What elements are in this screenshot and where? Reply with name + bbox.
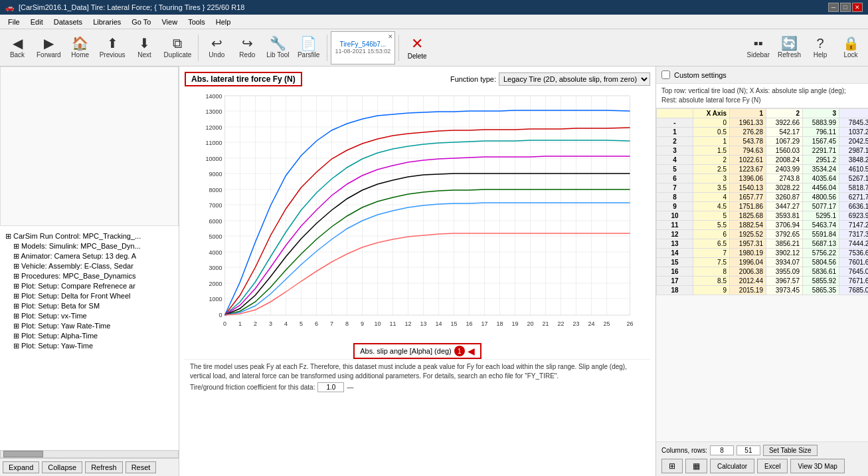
table-cell-x[interactable]: 4 [693,193,730,202]
table-cell-c3[interactable]: 5855.92 [803,277,839,286]
maximize-button[interactable]: □ [840,3,851,12]
delete-button[interactable]: ✕ Delete [402,31,432,64]
home-button[interactable]: 🏠 Home [66,31,95,64]
tree-item-plot-yaw[interactable]: ⊞ Plot: Setup: Yaw-Time [3,341,176,351]
custom-settings-checkbox[interactable] [661,70,670,79]
table-cell-c1[interactable]: 1980.19 [730,249,766,258]
table-cell-c4[interactable]: 7671.64 [839,277,869,286]
tab-close-icon[interactable]: ✕ [388,33,393,40]
table-cell-c3[interactable]: 5756.22 [803,249,839,258]
table-cell-c1[interactable]: 1223.67 [730,165,766,174]
table-cell-c4[interactable]: 7147.24 [839,221,869,230]
table-view-button[interactable]: ⊞ [661,459,683,473]
help-button[interactable]: ? Help [806,31,835,64]
table-cell-c3[interactable]: 5687.13 [803,239,839,249]
table-cell-x[interactable]: 7 [693,249,730,258]
table-cell-c1[interactable]: 1825.68 [730,211,766,221]
tree-item-plot-yaw-rate[interactable]: ⊞ Plot: Setup: Yaw Rate-Time [3,321,176,331]
table-cell-c3[interactable]: 4456.04 [803,183,839,193]
parsfile-button[interactable]: 📄 Parsfile [294,31,323,64]
duplicate-button[interactable]: ⧉ Duplicate [161,31,195,64]
tree-item-procedures[interactable]: ⊞ Procedures: MPC_Base_Dynamics [3,271,176,281]
menu-view[interactable]: View [156,17,183,27]
table-cell-x[interactable]: 7.5 [693,258,730,267]
menu-file[interactable]: File [3,17,25,27]
columns-input[interactable] [710,445,734,455]
collapse-button[interactable]: Collapse [42,461,82,473]
table-cell-x[interactable]: 4.5 [693,202,730,211]
scrollbar-thumb[interactable] [3,451,43,457]
table-cell-c2[interactable]: 3260.87 [766,193,803,202]
tab-active[interactable]: TireFy_546b7... 11-08-2021 15:53:02 ✕ [331,31,396,64]
table-cell-c2[interactable]: 3028.22 [766,183,803,193]
table-cell-c1[interactable]: 1996.04 [730,258,766,267]
table-cell-c3[interactable]: 2951.2 [803,156,839,165]
friction-input[interactable] [317,382,344,392]
reset-button[interactable]: Reset [126,461,157,473]
tree-item-plot-vx[interactable]: ⊞ Plot: Setup: vx-Time [3,311,176,321]
table-cell-c3[interactable]: 5865.35 [803,286,839,295]
table-cell-c4[interactable]: 6271.72 [839,193,869,202]
table-cell-c1[interactable]: 2012.44 [730,277,766,286]
table-cell-c4[interactable]: 7317.32 [839,230,869,239]
table-cell-x[interactable]: 5 [693,211,730,221]
table-cell-c1[interactable]: 276.28 [730,128,766,137]
table-cell-c3[interactable]: 4800.56 [803,193,839,202]
view3d-button[interactable]: View 3D Map [790,459,844,473]
table-cell-x[interactable]: 9 [693,286,730,295]
previous-button[interactable]: ⬆ Previous [96,31,129,64]
table-cell-c2[interactable]: 3593.81 [766,211,803,221]
table-cell-c3[interactable]: 4035.64 [803,174,839,183]
table-cell-c2[interactable]: 3792.65 [766,230,803,239]
table-cell-c4[interactable]: 3848.24 [839,156,869,165]
table-cell-x[interactable]: 6 [693,230,730,239]
table-cell-c2[interactable]: 3973.45 [766,286,803,295]
forward-button[interactable]: ▶ Forward [33,31,64,64]
tree-item-vehicle[interactable]: ⊞ Vehicle: Assembly: E-Class, Sedar [3,261,176,271]
table-cell-x[interactable]: 1.5 [693,146,730,156]
table-cell-c3[interactable]: 5295.1 [803,211,839,221]
tree-item-plot-compare[interactable]: ⊞ Plot: Setup: Compare Refrenece ar [3,281,176,291]
menu-edit[interactable]: Edit [25,17,48,27]
table-cell-c4[interactable]: 2987.17 [839,146,869,156]
lib-tool-button[interactable]: 🔧 Lib Tool [263,31,292,64]
table-cell-c4[interactable]: 7444.25 [839,239,869,249]
set-table-size-button[interactable]: Set Table Size [763,445,818,456]
table-cell-c1[interactable]: 2015.19 [730,286,766,295]
table-cell-c2[interactable]: 3856.21 [766,239,803,249]
data-table-wrapper[interactable]: X Axis 1 2 3 4 - 0 1961.33 3922.66 5883.… [656,108,868,441]
table-cell-c3[interactable]: 5883.99 [803,118,839,128]
table-cell-c3[interactable]: 5463.74 [803,221,839,230]
table-cell-c4[interactable]: 2042.53 [839,137,869,146]
table-cell-c2[interactable]: 2403.99 [766,165,803,174]
table-cell-c1[interactable]: 1751.86 [730,202,766,211]
tree-item-animator[interactable]: ⊞ Animator: Camera Setup: 13 deg. A [3,251,176,261]
table-cell-c3[interactable]: 5804.56 [803,258,839,267]
undo-button[interactable]: ↩ Undo [202,31,231,64]
table-cell-c4[interactable]: 7536.65 [839,249,869,258]
table-cell-c2[interactable]: 3902.12 [766,249,803,258]
table-cell-c1[interactable]: 1657.77 [730,193,766,202]
tree-item-plot-alpha[interactable]: ⊞ Plot: Setup: Alpha-Time [3,331,176,341]
table-cell-c4[interactable]: 6636.17 [839,202,869,211]
table-cell-x[interactable]: 6.5 [693,239,730,249]
grid-view-button[interactable]: ▦ [685,459,707,473]
table-cell-x[interactable]: 2.5 [693,165,730,174]
redo-button[interactable]: ↪ Redo [232,31,262,64]
table-cell-c1[interactable]: 1882.54 [730,221,766,230]
sidebar-refresh-button[interactable]: Refresh [85,461,123,473]
table-cell-c4[interactable]: 7685.08 [839,286,869,295]
menu-help[interactable]: Help [211,17,236,27]
table-cell-c4[interactable]: 4610.54 [839,165,869,174]
table-cell-c1[interactable]: 1540.13 [730,183,766,193]
function-type-select[interactable]: Legacy Tire (2D, absolute slip, from zer… [499,72,650,86]
table-cell-c2[interactable]: 2008.24 [766,156,803,165]
table-cell-c4[interactable]: 7645.08 [839,267,869,277]
table-cell-c2[interactable]: 1560.03 [766,146,803,156]
table-cell-c4[interactable]: 7845.32 [839,118,869,128]
table-cell-c1[interactable]: 1961.33 [730,118,766,128]
back-button[interactable]: ◀ Back [3,31,32,64]
table-cell-c2[interactable]: 3706.94 [766,221,803,230]
table-cell-c2[interactable]: 3967.57 [766,277,803,286]
table-cell-c3[interactable]: 2291.71 [803,146,839,156]
